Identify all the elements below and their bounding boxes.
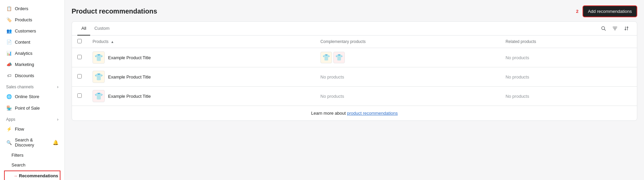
product-3-title: Example Product Title xyxy=(108,94,151,99)
page-header: Product recommendations 2 Add recommenda… xyxy=(65,0,644,21)
sidebar-sub-item-search[interactable]: Search xyxy=(2,160,62,170)
select-all-header xyxy=(72,36,87,48)
search-discovery-icon: 🔍 xyxy=(6,139,12,145)
row-3-product-cell: 👕 Example Product Title xyxy=(87,87,315,106)
row-1-complementary-cell: 👕 👕 xyxy=(315,48,500,67)
product-recommendations-link[interactable]: product recommendations xyxy=(347,111,397,116)
sidebar-item-online-store[interactable]: 🌐 Online Store xyxy=(2,91,62,102)
sidebar: 📋 Orders 🏷️ Products 👥 Customers 📄 Conte… xyxy=(0,0,65,180)
row-3-checkbox[interactable] xyxy=(77,93,82,98)
bell-icon[interactable]: 🔔 xyxy=(53,140,58,145)
online-store-icon: 🌐 xyxy=(6,93,12,99)
sidebar-item-orders[interactable]: 📋 Orders xyxy=(2,3,62,14)
footer-text: Learn more about xyxy=(311,111,347,116)
row-2-related-cell: No products xyxy=(500,67,637,87)
sort-icon xyxy=(624,26,629,31)
sidebar-item-label: Flow xyxy=(15,127,24,132)
search-label: Search xyxy=(11,162,25,167)
sort-asc-icon: ▲ xyxy=(111,40,114,44)
annotation-badge-2: 2 xyxy=(576,9,578,14)
row-2-checkbox[interactable] xyxy=(77,74,82,78)
sidebar-item-label: Point of Sale xyxy=(15,106,40,111)
analytics-icon: 📊 xyxy=(6,50,12,56)
row-1-product-cell: 👕 Example Product Title xyxy=(87,48,315,67)
filters-label: Filters xyxy=(11,153,23,158)
search-button[interactable] xyxy=(598,23,609,33)
products-icon: 🏷️ xyxy=(6,17,12,23)
search-icon xyxy=(601,26,606,31)
comp-product-2-thumb: 👕 xyxy=(333,52,345,63)
recommendations-label: Recommendations xyxy=(19,173,58,178)
sidebar-item-analytics[interactable]: 📊 Analytics xyxy=(2,48,62,59)
products-table: Products ▲ Complementary products Relate… xyxy=(72,36,637,106)
tabs-actions xyxy=(598,23,632,33)
row-3-complementary-cell: No products xyxy=(315,87,500,106)
row-2-checkbox-cell xyxy=(72,67,87,87)
sales-channels-expand-icon[interactable]: › xyxy=(57,85,58,89)
sidebar-item-search-discovery[interactable]: 🔍 Search & Discovery 🔔 xyxy=(2,135,62,150)
row-3-checkbox-cell xyxy=(72,87,87,106)
product-2-thumbnail: 👕 xyxy=(93,71,105,83)
main-content: Product recommendations 2 Add recommenda… xyxy=(65,0,644,180)
apps-section: Apps › xyxy=(0,114,65,123)
content-icon: 📄 xyxy=(6,39,12,45)
sidebar-sub-item-recommendations[interactable]: Recommendations xyxy=(4,171,60,180)
sidebar-item-flow[interactable]: ⚡ Flow xyxy=(2,123,62,134)
row-3-related-cell: No products xyxy=(500,87,637,106)
header-actions: 2 Add recommendations xyxy=(576,5,637,17)
tab-all[interactable]: All xyxy=(77,22,90,36)
discounts-icon: 🏷 xyxy=(6,72,12,78)
sort-button[interactable] xyxy=(621,23,632,33)
sidebar-item-label: Search & Discovery xyxy=(15,137,50,148)
sidebar-item-label: Content xyxy=(15,40,30,45)
sidebar-item-label: Orders xyxy=(15,6,28,11)
row-1-related-cell: No products xyxy=(500,48,637,67)
sidebar-item-discounts[interactable]: 🏷 Discounts xyxy=(2,70,62,81)
select-all-checkbox[interactable] xyxy=(77,39,82,43)
card-footer: Learn more about product recommendations xyxy=(72,106,637,120)
product-1-thumbnail: 👕 xyxy=(93,51,105,64)
sidebar-item-label: Products xyxy=(15,17,32,22)
row-1-checkbox-cell xyxy=(72,48,87,67)
sidebar-item-label: Analytics xyxy=(15,51,32,56)
customers-icon: 👥 xyxy=(6,28,12,34)
row-2-product-cell: 👕 Example Product Title xyxy=(87,67,315,87)
product-3-thumbnail: 👕 xyxy=(93,90,105,102)
product-recommendations-card: All Custom xyxy=(72,21,637,121)
filter-button[interactable] xyxy=(610,23,620,33)
table-row: 👕 Example Product Title No products No p… xyxy=(72,87,637,106)
product-2-title: Example Product Title xyxy=(108,74,151,80)
sidebar-item-label: Discounts xyxy=(15,73,34,78)
row-2-complementary-cell: No products xyxy=(315,67,500,87)
flow-icon: ⚡ xyxy=(6,126,12,132)
add-recommendations-button[interactable]: Add recommendations xyxy=(583,5,637,17)
sidebar-item-label: Marketing xyxy=(15,62,34,67)
apps-expand-icon[interactable]: › xyxy=(57,117,58,122)
svg-line-1 xyxy=(604,29,606,31)
tab-custom[interactable]: Custom xyxy=(90,22,113,36)
table-row: 👕 Example Product Title 👕 👕 No products xyxy=(72,48,637,67)
sidebar-item-point-of-sale[interactable]: 🏪 Point of Sale xyxy=(2,103,62,113)
complementary-column-header: Complementary products xyxy=(315,36,500,48)
comp-product-1-thumb: 👕 xyxy=(320,52,332,63)
sales-channels-section: Sales channels › xyxy=(0,81,65,91)
tab-bar: All Custom xyxy=(72,22,637,36)
sidebar-item-label: Customers xyxy=(15,28,36,33)
sidebar-item-content[interactable]: 📄 Content xyxy=(2,37,62,47)
products-column-header[interactable]: Products ▲ xyxy=(87,36,315,48)
sidebar-item-marketing[interactable]: 📣 Marketing xyxy=(2,59,62,70)
table-row: 👕 Example Product Title No products No p… xyxy=(72,67,637,87)
orders-icon: 📋 xyxy=(6,5,12,12)
pos-icon: 🏪 xyxy=(6,105,12,111)
related-column-header: Related products xyxy=(500,36,637,48)
page-title: Product recommendations xyxy=(72,7,157,15)
sidebar-item-customers[interactable]: 👥 Customers xyxy=(2,25,62,36)
row-1-checkbox[interactable] xyxy=(77,55,82,59)
sidebar-sub-item-filters[interactable]: Filters xyxy=(2,151,62,160)
product-1-title: Example Product Title xyxy=(108,55,151,60)
filter-icon xyxy=(612,26,618,31)
sidebar-item-label: Online Store xyxy=(15,94,39,99)
marketing-icon: 📣 xyxy=(6,61,12,67)
sidebar-item-products[interactable]: 🏷️ Products xyxy=(2,14,62,25)
